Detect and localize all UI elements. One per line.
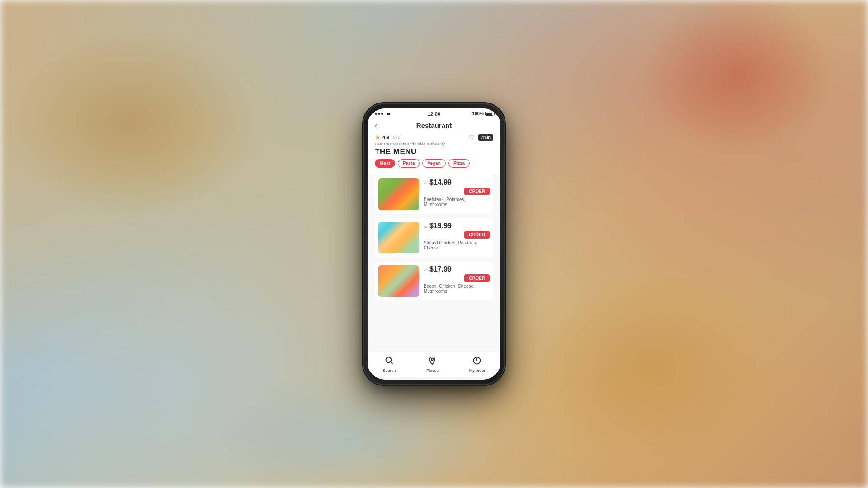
top-nav: ‹ Restaurant [368,117,500,132]
heart-button[interactable]: ♡ [469,134,475,141]
battery-percent: 100% [472,111,484,116]
hot-icon-1: ♨ [424,180,428,185]
price-3: $17.99 [429,265,452,273]
svg-point-0 [386,357,392,363]
battery-icon [485,112,493,116]
item-details-3: ♨ $17.99 ORDER Bacon, Chicken, Cheese, M… [424,265,490,294]
food-image-1 [378,178,419,210]
status-time: 12:00 [428,111,440,117]
signal-dot-2 [378,113,380,115]
item-name-1: Beefsteak, Potatoes, Mushrooms [424,197,490,207]
price-row-2: ♨ $19.99 [424,222,490,230]
search-icon [385,356,394,367]
category-tab-pizza[interactable]: Pizza [448,159,470,168]
svg-line-1 [391,362,393,364]
order-button-1[interactable]: ORDER [464,188,490,195]
rating-left: ★ 4.9 (620) [375,134,402,141]
menu-title: THE MENU [375,147,493,156]
rating-row: ★ 4.9 (620) ♡ 7min [375,134,493,141]
page-title: Restaurant [416,122,452,129]
nav-item-myorder[interactable]: My order [469,356,486,373]
item-details-1: ♨ $14.99 ORDER Beefsteak, Potatoes, Mush… [424,178,490,207]
wifi-icon: ≋ [387,112,390,116]
restaurant-subtitle: Best Restaurants and Cafés in the City [375,142,493,146]
app-content: ‹ Restaurant ★ 4.9 (620) ♡ 7min [368,117,500,377]
item-name-3: Bacon, Chicken, Cheese, Mushrooms [424,284,490,294]
price-1: $14.99 [429,178,452,187]
restaurant-info: ★ 4.9 (620) ♡ 7min Best Restaurants and … [368,132,500,175]
rating-count: (620) [391,135,401,140]
category-tab-meat[interactable]: Meat [375,159,395,168]
rating-value: 4.9 [382,135,389,140]
category-tab-pasta[interactable]: Pasta [398,159,420,168]
food-image-3 [378,265,419,297]
phone-mockup: ≋ 12:00 100% ‹ Restaurant [364,104,504,384]
price-2: $19.99 [429,222,452,230]
food-image-2 [378,222,419,253]
back-button[interactable]: ‹ [375,121,377,130]
star-icon: ★ [375,134,381,141]
signal-dot-1 [375,113,377,115]
nav-item-places[interactable]: Places [426,356,439,373]
hot-icon-3: ♨ [424,267,428,272]
battery-fill [486,113,492,115]
places-icon [428,356,437,367]
menu-item: ♨ $14.99 ORDER Beefsteak, Potatoes, Mush… [375,175,493,214]
menu-list: ♨ $14.99 ORDER Beefsteak, Potatoes, Mush… [368,175,500,352]
status-right: 100% [472,111,493,116]
order-button-3[interactable]: ORDER [464,274,490,282]
nav-item-search[interactable]: Search [383,356,396,373]
category-tab-vegan[interactable]: Vegan [422,159,445,168]
signal-dot-3 [381,113,383,115]
phone-screen: ≋ 12:00 100% ‹ Restaurant [368,108,500,380]
menu-item-2: ♨ $19.99 ORDER Stuffed Chicken, Potatoes… [375,218,493,257]
status-bar: ≋ 12:00 100% [368,108,500,117]
menu-item-3: ♨ $17.99 ORDER Bacon, Chicken, Cheese, M… [375,262,493,300]
myorder-nav-label: My order [469,368,486,373]
price-row-3: ♨ $17.99 [424,265,490,273]
category-tabs: Meat Pasta Vegan Pizza [375,159,493,168]
bottom-nav: Search Places [368,352,500,377]
item-name-2: Stuffed Chicken, Potatoes, Cheese [424,240,490,250]
search-nav-label: Search [383,368,396,373]
delivery-time-badge: 7min [478,134,493,141]
status-left: ≋ [375,111,390,116]
svg-point-2 [431,358,433,360]
item-details-2: ♨ $19.99 ORDER Stuffed Chicken, Potatoes… [424,222,490,250]
places-nav-label: Places [426,368,439,373]
order-icon [472,356,481,367]
phone-shell: ≋ 12:00 100% ‹ Restaurant [364,104,504,384]
hot-icon-2: ♨ [424,224,428,229]
order-button-2[interactable]: ORDER [464,231,490,239]
price-row-1: ♨ $14.99 [424,178,490,187]
